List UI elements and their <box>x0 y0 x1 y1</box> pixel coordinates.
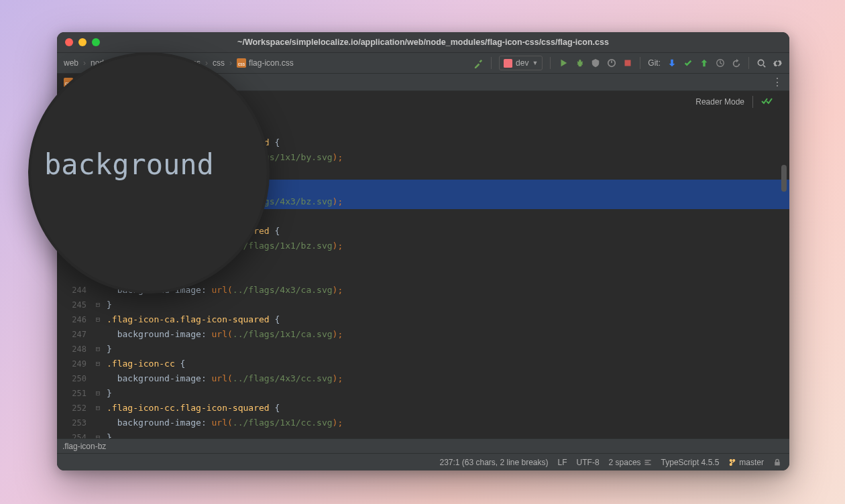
code-line[interactable]: 251⊟} <box>57 386 789 401</box>
line-number: 254 <box>57 430 92 438</box>
code-text: .flag-icon-cc { <box>104 357 185 371</box>
fold-toggle-icon[interactable]: ⊟ <box>92 401 104 416</box>
profiler-icon[interactable] <box>606 58 616 68</box>
fold-toggle-icon[interactable]: ⊟ <box>92 430 104 438</box>
zoom-lens-overlay: background ⊟ .flag-icon-bz { background-… <box>28 52 270 294</box>
fold-toggle-icon[interactable]: ⊟ <box>92 298 104 312</box>
line-number: 251 <box>57 386 92 401</box>
fold-toggle-icon[interactable]: ⊟ <box>92 342 104 357</box>
code-text: } <box>104 298 112 312</box>
chevron-right-icon: › <box>83 58 86 68</box>
line-number: 246 <box>57 312 92 327</box>
line-separator[interactable]: LF <box>558 458 567 467</box>
coverage-icon[interactable] <box>590 58 600 68</box>
structure-path: .flag-icon-bz <box>62 442 106 451</box>
code-text: background-image: url(../flags/1x1/ca.sv… <box>104 327 343 342</box>
file-encoding[interactable]: UTF-8 <box>577 458 600 467</box>
crumb-css[interactable]: css <box>213 58 225 68</box>
code-line[interactable]: 245⊟} <box>57 298 789 312</box>
run-configuration-selector[interactable]: dev ▼ <box>499 56 543 70</box>
line-number: 250 <box>57 371 92 386</box>
titlebar: ~/Workspace/simplelocalize.io/applicatio… <box>57 32 789 52</box>
separator <box>550 57 551 69</box>
line-number: 245 <box>57 298 92 312</box>
run-icon[interactable] <box>558 58 568 68</box>
line-number: 248 <box>57 342 92 357</box>
history-icon[interactable] <box>715 58 725 68</box>
zoom-window-button[interactable] <box>92 38 100 46</box>
git-label: Git: <box>648 58 661 68</box>
indent-settings[interactable]: 2 spaces <box>609 458 652 467</box>
code-line[interactable]: 248⊟} <box>57 342 789 357</box>
debug-icon[interactable] <box>574 58 584 68</box>
fold-toggle-icon[interactable]: ⊟ <box>92 312 104 327</box>
svg-rect-2 <box>504 59 512 68</box>
code-line[interactable]: 246⊟.flag-icon-ca.flag-icon-squared { <box>57 312 789 327</box>
mag-line-1: background <box>44 145 267 185</box>
chevron-right-icon: › <box>229 58 232 68</box>
run-config-label: dev <box>516 58 528 68</box>
scrollbar-thumb[interactable] <box>781 165 787 192</box>
separator <box>491 57 492 69</box>
rollback-icon[interactable] <box>731 58 741 68</box>
structure-breadcrumb[interactable]: .flag-icon-bz <box>57 438 789 453</box>
window-title: ~/Workspace/simplelocalize.io/applicatio… <box>57 38 789 47</box>
crumb-file-label: flag-icon.css <box>249 58 294 68</box>
line-number: 252 <box>57 401 92 416</box>
css-file-icon: css <box>237 58 246 68</box>
code-text: background-image: url(../flags/1x1/cc.sv… <box>104 416 343 430</box>
js-config-icon <box>504 59 512 68</box>
search-icon[interactable] <box>756 58 767 68</box>
separator <box>752 96 753 108</box>
line-number: 249 <box>57 357 92 371</box>
svg-point-6 <box>758 60 763 65</box>
fold-toggle-icon[interactable]: ⊟ <box>92 386 104 401</box>
code-text: .flag-icon-ca.flag-icon-squared { <box>104 312 280 327</box>
code-line[interactable]: 252⊟.flag-icon-cc.flag-icon-squared { <box>57 401 789 416</box>
language-level[interactable]: TypeScript 4.5.5 <box>661 458 720 467</box>
code-line[interactable]: 247 background-image: url(../flags/1x1/c… <box>57 327 789 342</box>
toolbar: dev ▼ Git: <box>473 56 789 70</box>
code-text: .flag-icon-cc.flag-icon-squared { <box>104 401 280 416</box>
settings-gear-icon[interactable] <box>773 58 783 68</box>
close-window-button[interactable] <box>65 38 73 46</box>
code-line[interactable]: 254⊟} <box>57 430 789 438</box>
code-text: background-image: url(../flags/4x3/cc.sv… <box>104 371 343 386</box>
status-bar: 237:1 (63 chars, 2 line breaks) LF UTF-8… <box>57 453 789 470</box>
fold-toggle-icon[interactable]: ⊟ <box>92 357 104 371</box>
branch-icon <box>728 458 736 466</box>
caret-position[interactable]: 237:1 (63 chars, 2 line breaks) <box>439 458 548 467</box>
stop-icon[interactable] <box>622 58 632 68</box>
build-hammer-icon[interactable] <box>473 58 484 68</box>
readonly-lock-icon[interactable] <box>773 458 781 466</box>
crumb-file[interactable]: css flag-icon.css <box>237 58 294 68</box>
code-line[interactable]: 250 background-image: url(../flags/4x3/c… <box>57 371 789 386</box>
code-line[interactable]: 249⊟.flag-icon-cc { <box>57 357 789 371</box>
line-number: 244 <box>57 283 92 298</box>
indent-icon <box>644 458 652 466</box>
tab-options-icon[interactable]: ⋮ <box>765 74 789 90</box>
chevron-down-icon: ▼ <box>532 60 538 66</box>
code-line[interactable]: 253 background-image: url(../flags/1x1/c… <box>57 416 789 430</box>
line-number: 253 <box>57 416 92 430</box>
vcs-commit-icon[interactable] <box>683 58 693 68</box>
code-text: } <box>104 386 112 401</box>
svg-text:css: css <box>238 62 245 66</box>
separator <box>640 57 640 69</box>
git-branch[interactable]: master <box>728 458 764 467</box>
code-text: } <box>104 430 112 438</box>
reader-mode-label[interactable]: Reader Mode <box>695 97 744 107</box>
svg-rect-4 <box>624 60 630 66</box>
inspections-ok-icon[interactable] <box>761 97 775 107</box>
vcs-push-icon[interactable] <box>699 58 709 68</box>
code-text: } <box>104 342 112 357</box>
crumb-web[interactable]: web <box>64 58 78 68</box>
minimize-window-button[interactable] <box>78 38 87 46</box>
vcs-update-icon[interactable] <box>667 58 677 68</box>
separator <box>748 57 749 69</box>
window-controls <box>65 38 100 46</box>
reader-mode-banner: Reader Mode <box>691 94 779 110</box>
line-number: 247 <box>57 327 92 342</box>
